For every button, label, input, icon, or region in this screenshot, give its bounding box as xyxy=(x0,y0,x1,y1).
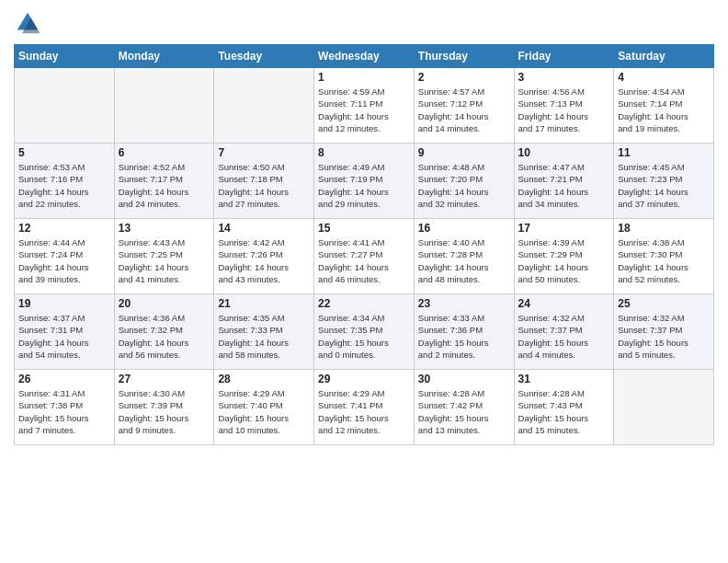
header xyxy=(14,9,714,37)
day-info: Sunrise: 4:38 AM Sunset: 7:30 PM Dayligh… xyxy=(618,236,710,285)
calendar-header-row: SundayMondayTuesdayWednesdayThursdayFrid… xyxy=(15,45,714,68)
day-info: Sunrise: 4:36 AM Sunset: 7:32 PM Dayligh… xyxy=(119,312,210,361)
day-number: 27 xyxy=(119,373,210,385)
calendar-week-row: 19Sunrise: 4:37 AM Sunset: 7:31 PM Dayli… xyxy=(15,294,714,370)
day-number: 17 xyxy=(518,222,610,235)
calendar-cell: 15Sunrise: 4:41 AM Sunset: 7:27 PM Dayli… xyxy=(314,219,415,294)
calendar-cell: 20Sunrise: 4:36 AM Sunset: 7:32 PM Dayli… xyxy=(114,294,214,370)
calendar-cell: 9Sunrise: 4:48 AM Sunset: 7:20 PM Daylig… xyxy=(414,144,514,219)
day-info: Sunrise: 4:34 AM Sunset: 7:35 PM Dayligh… xyxy=(318,312,410,361)
calendar-cell: 12Sunrise: 4:44 AM Sunset: 7:24 PM Dayli… xyxy=(15,219,115,294)
calendar-cell: 29Sunrise: 4:29 AM Sunset: 7:41 PM Dayli… xyxy=(314,370,415,445)
day-of-week-header: Tuesday xyxy=(214,45,314,68)
day-info: Sunrise: 4:47 AM Sunset: 7:21 PM Dayligh… xyxy=(518,161,610,210)
day-info: Sunrise: 4:56 AM Sunset: 7:13 PM Dayligh… xyxy=(518,86,610,134)
day-number: 4 xyxy=(618,71,710,84)
calendar-week-row: 26Sunrise: 4:31 AM Sunset: 7:38 PM Dayli… xyxy=(15,370,714,445)
calendar-cell: 19Sunrise: 4:37 AM Sunset: 7:31 PM Dayli… xyxy=(15,294,115,370)
calendar-cell: 30Sunrise: 4:28 AM Sunset: 7:42 PM Dayli… xyxy=(414,370,514,445)
calendar-cell: 24Sunrise: 4:32 AM Sunset: 7:37 PM Dayli… xyxy=(514,294,614,370)
day-number: 12 xyxy=(18,222,110,235)
calendar-cell: 25Sunrise: 4:32 AM Sunset: 7:37 PM Dayli… xyxy=(614,294,714,370)
day-info: Sunrise: 4:59 AM Sunset: 7:11 PM Dayligh… xyxy=(318,86,410,134)
day-info: Sunrise: 4:45 AM Sunset: 7:23 PM Dayligh… xyxy=(618,161,710,210)
day-number: 19 xyxy=(18,297,110,310)
calendar-cell: 28Sunrise: 4:29 AM Sunset: 7:40 PM Dayli… xyxy=(214,370,314,445)
calendar-cell: 18Sunrise: 4:38 AM Sunset: 7:30 PM Dayli… xyxy=(614,219,714,294)
day-info: Sunrise: 4:40 AM Sunset: 7:28 PM Dayligh… xyxy=(418,236,510,285)
day-info: Sunrise: 4:37 AM Sunset: 7:31 PM Dayligh… xyxy=(18,312,110,361)
day-info: Sunrise: 4:32 AM Sunset: 7:37 PM Dayligh… xyxy=(518,312,610,361)
calendar-week-row: 5Sunrise: 4:53 AM Sunset: 7:16 PM Daylig… xyxy=(15,144,714,219)
day-number: 21 xyxy=(218,297,310,310)
day-number: 10 xyxy=(518,146,610,159)
day-number: 7 xyxy=(218,146,310,159)
day-info: Sunrise: 4:49 AM Sunset: 7:19 PM Dayligh… xyxy=(318,161,410,210)
calendar-cell: 7Sunrise: 4:50 AM Sunset: 7:18 PM Daylig… xyxy=(214,144,314,219)
logo xyxy=(14,9,45,37)
day-number: 22 xyxy=(318,297,410,310)
day-number: 23 xyxy=(418,297,510,310)
day-info: Sunrise: 4:29 AM Sunset: 7:40 PM Dayligh… xyxy=(218,387,310,436)
day-number: 9 xyxy=(418,146,510,159)
day-info: Sunrise: 4:33 AM Sunset: 7:36 PM Dayligh… xyxy=(418,312,510,361)
day-info: Sunrise: 4:44 AM Sunset: 7:24 PM Dayligh… xyxy=(18,236,110,285)
day-of-week-header: Sunday xyxy=(15,45,115,68)
day-of-week-header: Wednesday xyxy=(314,45,415,68)
calendar-week-row: 12Sunrise: 4:44 AM Sunset: 7:24 PM Dayli… xyxy=(15,219,714,294)
day-number: 3 xyxy=(518,71,610,84)
day-info: Sunrise: 4:42 AM Sunset: 7:26 PM Dayligh… xyxy=(218,236,310,285)
day-info: Sunrise: 4:54 AM Sunset: 7:14 PM Dayligh… xyxy=(618,86,710,134)
day-of-week-header: Friday xyxy=(514,45,614,68)
day-number: 6 xyxy=(119,146,210,159)
day-number: 18 xyxy=(618,222,710,235)
day-info: Sunrise: 4:50 AM Sunset: 7:18 PM Dayligh… xyxy=(218,161,310,210)
day-number: 8 xyxy=(318,146,410,159)
calendar-cell xyxy=(15,68,115,144)
day-of-week-header: Thursday xyxy=(414,45,514,68)
page: SundayMondayTuesdayWednesdayThursdayFrid… xyxy=(0,0,728,563)
day-number: 11 xyxy=(618,146,710,159)
logo-icon xyxy=(14,9,41,37)
calendar-cell: 21Sunrise: 4:35 AM Sunset: 7:33 PM Dayli… xyxy=(214,294,314,370)
day-of-week-header: Saturday xyxy=(614,45,714,68)
day-number: 14 xyxy=(218,222,310,235)
calendar-cell: 2Sunrise: 4:57 AM Sunset: 7:12 PM Daylig… xyxy=(414,68,514,144)
day-number: 5 xyxy=(18,146,110,159)
day-info: Sunrise: 4:28 AM Sunset: 7:42 PM Dayligh… xyxy=(418,387,510,436)
calendar-cell: 31Sunrise: 4:28 AM Sunset: 7:43 PM Dayli… xyxy=(514,370,614,445)
day-number: 30 xyxy=(418,373,510,385)
day-info: Sunrise: 4:43 AM Sunset: 7:25 PM Dayligh… xyxy=(119,236,210,285)
day-info: Sunrise: 4:29 AM Sunset: 7:41 PM Dayligh… xyxy=(318,387,410,436)
day-number: 15 xyxy=(318,222,410,235)
day-info: Sunrise: 4:48 AM Sunset: 7:20 PM Dayligh… xyxy=(418,161,510,210)
day-info: Sunrise: 4:57 AM Sunset: 7:12 PM Dayligh… xyxy=(418,86,510,134)
calendar-cell: 11Sunrise: 4:45 AM Sunset: 7:23 PM Dayli… xyxy=(614,144,714,219)
day-number: 29 xyxy=(318,373,410,385)
calendar-cell: 22Sunrise: 4:34 AM Sunset: 7:35 PM Dayli… xyxy=(314,294,415,370)
calendar-cell: 14Sunrise: 4:42 AM Sunset: 7:26 PM Dayli… xyxy=(214,219,314,294)
day-number: 31 xyxy=(518,373,610,385)
calendar-cell: 26Sunrise: 4:31 AM Sunset: 7:38 PM Dayli… xyxy=(15,370,115,445)
calendar-cell: 17Sunrise: 4:39 AM Sunset: 7:29 PM Dayli… xyxy=(514,219,614,294)
day-number: 20 xyxy=(119,297,210,310)
day-of-week-header: Monday xyxy=(114,45,214,68)
day-number: 24 xyxy=(518,297,610,310)
day-info: Sunrise: 4:31 AM Sunset: 7:38 PM Dayligh… xyxy=(18,387,110,436)
calendar-cell: 8Sunrise: 4:49 AM Sunset: 7:19 PM Daylig… xyxy=(314,144,415,219)
calendar-cell xyxy=(114,68,214,144)
day-number: 16 xyxy=(418,222,510,235)
day-info: Sunrise: 4:39 AM Sunset: 7:29 PM Dayligh… xyxy=(518,236,610,285)
calendar-cell: 6Sunrise: 4:52 AM Sunset: 7:17 PM Daylig… xyxy=(114,144,214,219)
calendar-week-row: 1Sunrise: 4:59 AM Sunset: 7:11 PM Daylig… xyxy=(15,68,714,144)
day-number: 26 xyxy=(18,373,110,385)
day-number: 13 xyxy=(119,222,210,235)
calendar-cell: 27Sunrise: 4:30 AM Sunset: 7:39 PM Dayli… xyxy=(114,370,214,445)
day-number: 1 xyxy=(318,71,410,84)
calendar-cell: 23Sunrise: 4:33 AM Sunset: 7:36 PM Dayli… xyxy=(414,294,514,370)
day-number: 25 xyxy=(618,297,710,310)
day-info: Sunrise: 4:35 AM Sunset: 7:33 PM Dayligh… xyxy=(218,312,310,361)
day-info: Sunrise: 4:28 AM Sunset: 7:43 PM Dayligh… xyxy=(518,387,610,436)
calendar-cell: 1Sunrise: 4:59 AM Sunset: 7:11 PM Daylig… xyxy=(314,68,415,144)
calendar: SundayMondayTuesdayWednesdayThursdayFrid… xyxy=(14,44,714,445)
